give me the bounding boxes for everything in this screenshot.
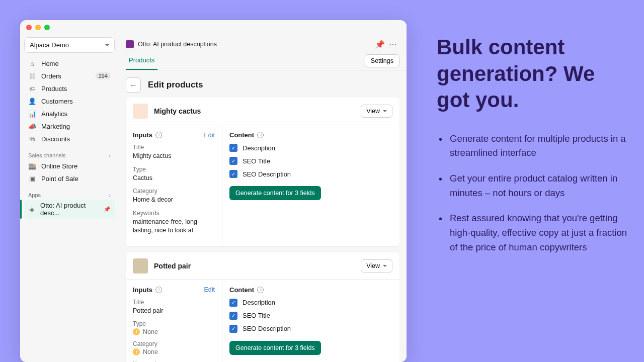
edit-link[interactable]: Edit: [204, 286, 215, 293]
help-icon[interactable]: ?: [155, 287, 162, 293]
chart-icon: 📊: [28, 110, 36, 118]
product-name: Mighty cactus: [154, 107, 355, 115]
content-column: Content? ✓Description ✓SEO Title ✓SEO De…: [222, 125, 399, 246]
generate-button[interactable]: Generate content for 3 fields: [229, 186, 321, 200]
marketing-bullet: Get your entire product catalog written …: [437, 171, 628, 200]
pin-button[interactable]: 📌: [373, 38, 386, 51]
product-thumbnail: [133, 258, 148, 274]
app-icon: ◈: [28, 205, 35, 213]
marketing-headline: Bulk content generation? We got you.: [437, 34, 628, 114]
app-window: Alpaca Demo ⌂Home ☷Orders294 🏷Products 👤…: [20, 20, 407, 362]
help-icon[interactable]: ?: [257, 132, 264, 138]
tag-icon: 🏷: [28, 84, 36, 93]
inputs-column: Inputs?Edit TitleMighty cactus TypeCactu…: [126, 125, 222, 246]
titlebar: [20, 20, 407, 34]
back-button[interactable]: ←: [126, 77, 141, 93]
content-column: Content? ✓Description ✓SEO Title ✓SEO De…: [222, 280, 399, 363]
apps-header[interactable]: Apps›: [24, 189, 115, 199]
nav-analytics[interactable]: 📊Analytics: [24, 108, 115, 120]
orders-badge: 294: [96, 72, 111, 79]
product-thumbnail: [133, 104, 148, 119]
page-title: Edit products: [148, 80, 203, 90]
tab-products[interactable]: Products: [126, 51, 157, 70]
chevron-right-icon: ›: [109, 192, 111, 198]
minimize-window-icon[interactable]: [35, 25, 41, 30]
nav-home[interactable]: ⌂Home: [24, 57, 115, 69]
chevron-down-icon: [383, 110, 387, 112]
pos-icon: ▣: [28, 174, 36, 183]
orders-icon: ☷: [28, 72, 36, 80]
edit-link[interactable]: Edit: [204, 132, 215, 139]
checkbox-seo-title[interactable]: ✓: [229, 312, 237, 320]
store-icon: 🏬: [28, 162, 36, 170]
megaphone-icon: 📣: [28, 122, 36, 130]
tabs: Products Settings: [119, 51, 407, 70]
maximize-window-icon[interactable]: [44, 25, 50, 30]
generate-button[interactable]: Generate content for 3 fields: [229, 341, 321, 355]
sales-channels-header[interactable]: Sales channels›: [24, 149, 115, 159]
app-title: Otto: AI product descriptions: [138, 41, 373, 48]
topbar: Otto: AI product descriptions 📌 ⋯: [119, 34, 407, 51]
checkbox-description[interactable]: ✓: [229, 144, 237, 152]
main-panel: Otto: AI product descriptions 📌 ⋯ Produc…: [119, 34, 407, 362]
warning-icon: !: [133, 348, 140, 355]
page-header: ← Edit products: [119, 70, 407, 98]
help-icon[interactable]: ?: [257, 287, 264, 293]
product-name: Potted pair: [154, 262, 355, 270]
checkbox-description[interactable]: ✓: [229, 299, 237, 307]
settings-button[interactable]: Settings: [365, 54, 399, 67]
chevron-right-icon: ›: [109, 152, 111, 158]
nav-pos[interactable]: ▣Point of Sale: [24, 172, 115, 185]
otto-app-icon: [126, 40, 134, 48]
product-card: Potted pair View Inputs?Edit TitlePotted…: [126, 252, 399, 363]
nav-marketing[interactable]: 📣Marketing: [24, 120, 115, 132]
more-button[interactable]: ⋯: [386, 38, 399, 51]
store-name: Alpaca Demo: [30, 41, 69, 49]
chevron-down-icon: [383, 265, 387, 267]
close-window-icon[interactable]: [26, 25, 32, 30]
person-icon: 👤: [28, 97, 36, 105]
nav-products[interactable]: 🏷Products: [24, 82, 115, 95]
checkbox-seo-title[interactable]: ✓: [229, 157, 237, 165]
marketing-bullet: Rest assured knowing that you're getting…: [437, 211, 628, 254]
nav-online-store[interactable]: 🏬Online Store: [24, 160, 115, 172]
home-icon: ⌂: [28, 59, 36, 67]
sidebar: Alpaca Demo ⌂Home ☷Orders294 🏷Products 👤…: [20, 34, 119, 362]
marketing-copy: Bulk content generation? We got you. Gen…: [437, 34, 628, 265]
discount-icon: %: [28, 135, 36, 143]
inputs-column: Inputs?Edit TitlePotted pair Type!None C…: [126, 280, 222, 363]
checkbox-seo-description[interactable]: ✓: [229, 170, 237, 178]
view-button[interactable]: View: [361, 105, 392, 118]
view-button[interactable]: View: [361, 259, 392, 273]
nav-orders[interactable]: ☷Orders294: [24, 70, 115, 82]
nav-otto-app[interactable]: ◈Otto: AI product desc...📌: [24, 200, 115, 219]
nav-customers[interactable]: 👤Customers: [24, 95, 115, 107]
warning-icon: !: [133, 328, 140, 335]
content-scroll[interactable]: Mighty cactus View Inputs?Edit TitleMigh…: [119, 98, 407, 362]
product-card: Mighty cactus View Inputs?Edit TitleMigh…: [126, 98, 399, 246]
marketing-bullet: Generate content for multiple products i…: [437, 132, 628, 160]
pin-icon[interactable]: 📌: [104, 206, 111, 213]
chevron-down-icon: [105, 44, 109, 46]
nav-discounts[interactable]: %Discounts: [24, 133, 115, 145]
help-icon[interactable]: ?: [155, 132, 162, 138]
checkbox-seo-description[interactable]: ✓: [229, 325, 237, 333]
store-switcher[interactable]: Alpaca Demo: [24, 37, 115, 53]
